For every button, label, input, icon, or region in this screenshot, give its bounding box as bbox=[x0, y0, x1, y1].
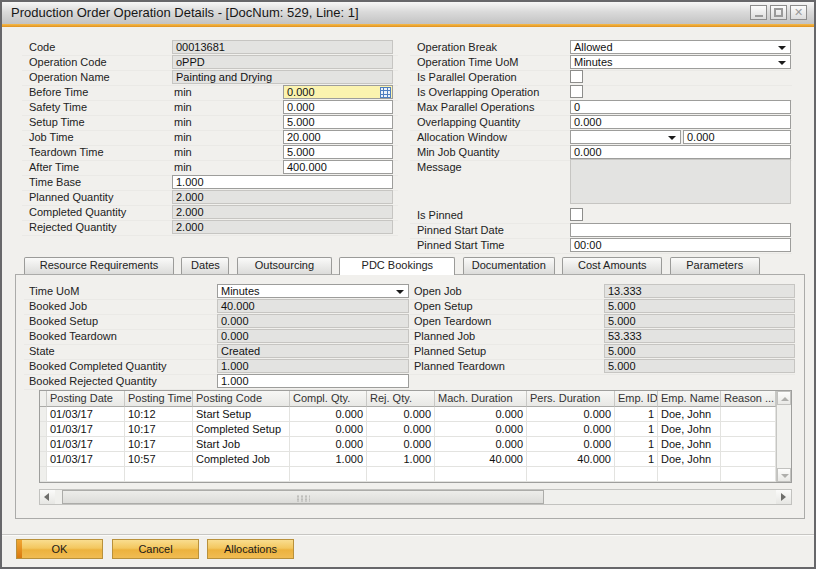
table-vertical-scrollbar[interactable] bbox=[776, 391, 791, 482]
after-time-label: After Time bbox=[29, 161, 79, 173]
booked-rejected-quantity-label: Booked Rejected Quantity bbox=[29, 375, 157, 387]
setup-time-field[interactable]: 5.000 bbox=[283, 115, 393, 129]
close-button[interactable]: ✕ bbox=[790, 5, 807, 20]
scroll-up-button[interactable] bbox=[777, 391, 791, 405]
cell-rej-qty[interactable]: 1.000 bbox=[367, 452, 435, 467]
cell-reason[interactable] bbox=[721, 437, 776, 452]
scroll-right-button[interactable] bbox=[776, 490, 791, 504]
cell-mach-duration[interactable]: 0.000 bbox=[435, 437, 527, 452]
allocation-window-dropdown[interactable] bbox=[570, 130, 681, 144]
row-selector[interactable] bbox=[40, 422, 47, 437]
cell-rej-qty[interactable]: 0.000 bbox=[367, 422, 435, 437]
cell-posting-code[interactable]: Start Setup bbox=[193, 407, 290, 422]
tab-cost-amounts[interactable]: Cost Amounts bbox=[562, 257, 662, 274]
minimize-button[interactable] bbox=[750, 5, 767, 20]
tab-pdc-bookings[interactable]: PDC Bookings bbox=[339, 257, 455, 275]
cell-mach-duration[interactable]: 40.000 bbox=[435, 452, 527, 467]
table-empty-row bbox=[40, 467, 776, 482]
cell-reason[interactable] bbox=[721, 452, 776, 467]
cell-emp-id[interactable]: 1 bbox=[615, 437, 658, 452]
tab-dates[interactable]: Dates bbox=[181, 257, 229, 274]
cell-emp-id[interactable]: 1 bbox=[615, 452, 658, 467]
row-job-time: Job Time min 20.000 bbox=[22, 130, 398, 146]
cell-posting-code[interactable]: Completed Setup bbox=[193, 422, 290, 437]
cell-mach-duration[interactable]: 0.000 bbox=[435, 422, 527, 437]
cancel-button[interactable]: Cancel bbox=[112, 539, 199, 559]
row-completed-quantity: Completed Quantity 2.000 bbox=[22, 205, 398, 221]
allocations-button[interactable]: Allocations bbox=[207, 539, 294, 559]
cell-posting-time[interactable]: 10:12 bbox=[125, 407, 193, 422]
input-assist-grid-icon[interactable] bbox=[380, 87, 391, 99]
row-selector[interactable] bbox=[40, 452, 47, 467]
is-parallel-operation-checkbox[interactable] bbox=[570, 70, 583, 83]
tab-resource-requirements[interactable]: Resource Requirements bbox=[24, 257, 174, 274]
tab-parameters[interactable]: Parameters bbox=[670, 257, 760, 274]
row-open-setup: Open Setup 5.000 bbox=[410, 299, 795, 315]
min-job-quantity-field[interactable]: 0.000 bbox=[570, 145, 791, 159]
max-parallel-operations-field[interactable]: 0 bbox=[570, 100, 791, 114]
cell-pers-duration[interactable]: 0.000 bbox=[527, 422, 615, 437]
allocation-window-label: Allocation Window bbox=[417, 131, 507, 143]
maximize-button[interactable] bbox=[770, 5, 787, 20]
tab-outsourcing[interactable]: Outsourcing bbox=[237, 257, 332, 274]
pinned-start-time-field[interactable]: 00:00 bbox=[570, 238, 791, 252]
after-time-field[interactable]: 400.000 bbox=[283, 160, 393, 174]
operation-time-uom-dropdown[interactable]: Minutes bbox=[570, 55, 791, 69]
cell-compl-qty[interactable]: 0.000 bbox=[290, 422, 367, 437]
overlapping-quantity-field[interactable]: 0.000 bbox=[570, 115, 791, 129]
cell-reason[interactable] bbox=[721, 407, 776, 422]
cell-posting-code[interactable]: Start Job bbox=[193, 437, 290, 452]
cell-compl-qty[interactable]: 0.000 bbox=[290, 407, 367, 422]
cell-reason[interactable] bbox=[721, 422, 776, 437]
cell-posting-date[interactable]: 01/03/17 bbox=[47, 407, 125, 422]
cell-emp-id[interactable]: 1 bbox=[615, 407, 658, 422]
cell-emp-name[interactable]: Doe, John bbox=[658, 452, 721, 467]
cell-emp-id[interactable]: 1 bbox=[615, 422, 658, 437]
scroll-down-button[interactable] bbox=[777, 468, 791, 482]
cell-rej-qty[interactable]: 0.000 bbox=[367, 407, 435, 422]
row-selector[interactable] bbox=[40, 437, 47, 452]
cell-emp-name[interactable]: Doe, John bbox=[658, 437, 721, 452]
booked-setup-label: Booked Setup bbox=[29, 315, 98, 327]
cell-posting-code[interactable]: Completed Job bbox=[193, 452, 290, 467]
cell-posting-date[interactable]: 01/03/17 bbox=[47, 437, 125, 452]
row-before-time: Before Time min 0.000 bbox=[22, 85, 398, 101]
cell-posting-time[interactable]: 10:17 bbox=[125, 437, 193, 452]
cell-pers-duration[interactable]: 0.000 bbox=[527, 437, 615, 452]
scroll-left-button[interactable] bbox=[40, 490, 55, 504]
booked-rejected-quantity-field[interactable]: 1.000 bbox=[217, 374, 409, 388]
message-textarea bbox=[570, 159, 791, 204]
before-time-field[interactable]: 0.000 bbox=[283, 85, 393, 99]
scrollbar-thumb[interactable] bbox=[62, 490, 544, 504]
cell-compl-qty[interactable]: 0.000 bbox=[290, 437, 367, 452]
cell-posting-time[interactable]: 10:57 bbox=[125, 452, 193, 467]
cell-mach-duration[interactable]: 0.000 bbox=[435, 407, 527, 422]
cell-compl-qty[interactable]: 1.000 bbox=[290, 452, 367, 467]
is-pinned-checkbox[interactable] bbox=[570, 208, 583, 221]
production-order-operation-details-window: Production Order Operation Details - [Do… bbox=[0, 0, 816, 569]
tab-documentation[interactable]: Documentation bbox=[463, 257, 555, 274]
teardown-time-field[interactable]: 5.000 bbox=[283, 145, 393, 159]
cell-posting-time[interactable]: 10:17 bbox=[125, 422, 193, 437]
cell-emp-name[interactable]: Doe, John bbox=[658, 407, 721, 422]
row-selector[interactable] bbox=[40, 407, 47, 422]
cell-posting-date[interactable]: 01/03/17 bbox=[47, 452, 125, 467]
time-uom-dropdown[interactable]: Minutes bbox=[217, 284, 409, 298]
safety-time-field[interactable]: 0.000 bbox=[283, 100, 393, 114]
job-time-field[interactable]: 20.000 bbox=[283, 130, 393, 144]
minimize-icon bbox=[755, 15, 763, 17]
allocation-window-value-field[interactable]: 0.000 bbox=[683, 130, 791, 144]
operation-break-dropdown[interactable]: Allowed bbox=[570, 40, 791, 54]
open-teardown-field: 5.000 bbox=[604, 314, 795, 328]
cell-emp-name[interactable]: Doe, John bbox=[658, 422, 721, 437]
time-base-field[interactable]: 1.000 bbox=[172, 175, 393, 189]
cell-pers-duration[interactable]: 40.000 bbox=[527, 452, 615, 467]
teardown-time-unit: min bbox=[174, 146, 192, 158]
cell-rej-qty[interactable]: 0.000 bbox=[367, 437, 435, 452]
cell-pers-duration[interactable]: 0.000 bbox=[527, 407, 615, 422]
ok-button[interactable]: OK bbox=[16, 539, 103, 559]
pinned-start-date-field[interactable] bbox=[570, 223, 791, 237]
is-overlapping-operation-checkbox[interactable] bbox=[570, 85, 583, 98]
cell-posting-date[interactable]: 01/03/17 bbox=[47, 422, 125, 437]
table-horizontal-scrollbar[interactable] bbox=[39, 489, 792, 505]
